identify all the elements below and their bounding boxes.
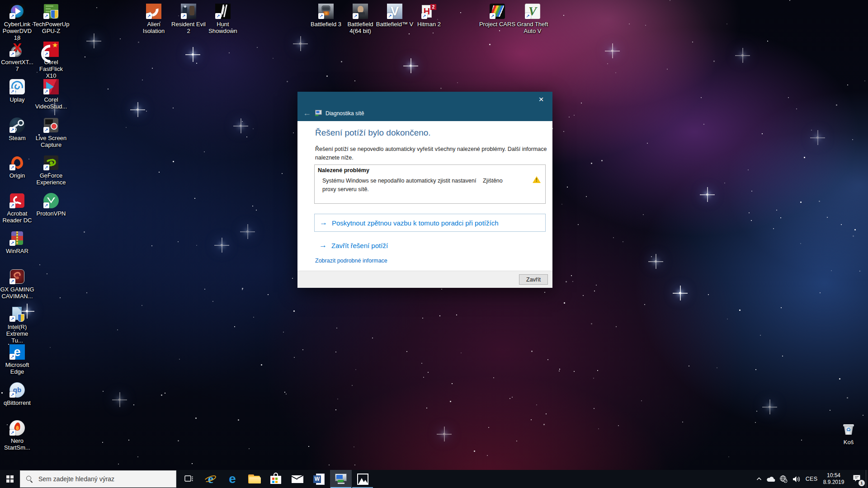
desktop-icon-battlefield-v[interactable]: VBattlefield™ V	[375, 4, 414, 28]
task-view-button[interactable]	[178, 470, 200, 488]
desktop-icon-gta-v[interactable]: VGrand TheftAuto V	[513, 4, 552, 34]
start-button[interactable]	[0, 470, 20, 488]
problems-box-header: Nalezené problémy	[318, 167, 369, 174]
desktop-icon-label: Battlefield™ V	[376, 21, 413, 28]
desktop-icon-geforce-experience[interactable]: GeForceExperience	[34, 155, 68, 186]
desktop-icon-live-screen-capture[interactable]: Live ScreenCapture	[34, 117, 68, 148]
dialog-footer: Zavřít	[297, 271, 552, 288]
recycle-bin-icon: ♻	[841, 422, 856, 437]
alien-isolation-icon	[146, 4, 161, 19]
problem-line-2: proxy serveru sítě.	[322, 186, 369, 192]
desktop-icon-recycle-bin[interactable]: ♻Koš	[831, 422, 866, 446]
desktop-icon-resident-evil-2[interactable]: Resident Evil2	[169, 4, 208, 34]
dialog-heading: Řešení potíží bylo dokončeno.	[315, 128, 431, 138]
taskbar-edge-button[interactable]: e	[222, 470, 243, 488]
desktop-icon-label: TechPowerUpGPU-Z	[33, 21, 70, 34]
taskbar-internet-explorer-button[interactable]: e	[200, 470, 222, 488]
project-cars-icon	[490, 4, 505, 19]
shortcut-arrow-icon	[215, 13, 221, 19]
dialog-header: Diagnostika sítě	[297, 92, 552, 121]
nero-icon	[9, 420, 25, 436]
desktop-icon-hitman-2[interactable]: H2Hitman 2	[410, 4, 448, 28]
edge-icon: e	[225, 472, 240, 486]
taskbar-file-explorer-button[interactable]	[243, 470, 265, 488]
shortcut-arrow-icon	[43, 89, 49, 94]
qbittorrent-icon: qb	[9, 382, 25, 398]
desktop-icon-label: Hitman 2	[417, 21, 441, 28]
feedback-link-box[interactable]: Poskytnout zpětnou vazbu k tomuto poradc…	[314, 214, 546, 232]
desktop-icon-protonvpn[interactable]: ProtonVPN	[34, 193, 68, 217]
desktop-icon-label: Intel(R)Extreme Tu...	[0, 324, 34, 344]
tray-chevron-icon[interactable]	[754, 470, 764, 488]
desktop-icon-nero[interactable]: NeroStartSm...	[0, 420, 34, 451]
show-desktop-button[interactable]	[866, 470, 868, 488]
gta-v-icon: V	[525, 4, 540, 19]
desktop-icon-gx-gaming[interactable]: GX GAMINGCAVIMAN...	[0, 269, 34, 300]
arrow-icon	[319, 241, 327, 250]
language-indicator[interactable]: CES	[803, 470, 820, 488]
desktop-icon-convertx[interactable]: XConvertXT...7	[0, 42, 34, 72]
action-center-button[interactable]: 1	[848, 470, 866, 488]
desktop-icon-cyberlink-powerdvd[interactable]: CyberLinkPowerDVD 18	[0, 4, 34, 41]
resident-evil-2-icon	[181, 4, 196, 19]
taskbar-network-diagnostics-button[interactable]	[330, 470, 352, 488]
shortcut-arrow-icon	[9, 278, 15, 284]
clock[interactable]: 10:54 8.9.2019	[820, 470, 848, 488]
desktop-icon-project-cars[interactable]: Project CARS	[478, 4, 517, 28]
onedrive-cloud-icon[interactable]	[764, 470, 777, 488]
shortcut-arrow-icon	[9, 202, 15, 208]
steam-icon	[9, 117, 25, 133]
gx-gaming-icon	[9, 269, 25, 284]
problem-status: Zjištěno	[483, 178, 503, 184]
clock-time: 10:54	[827, 472, 840, 479]
desktop-icon-qbittorrent[interactable]: qbqBittorrent	[0, 382, 34, 406]
desktop-icon-intel-xtu[interactable]: Intel(R)Extreme Tu...	[0, 306, 34, 344]
battlefield-v-icon: V	[387, 4, 402, 19]
problem-text: Systému Windows se nepodařilo automatick…	[322, 177, 481, 194]
desktop-icon-acrobat-reader[interactable]: AcrobatReader DC	[0, 193, 34, 224]
desktop-icon-corel-fastflick[interactable]: ★CorelFastFlick X10	[34, 42, 68, 79]
taskbar-photos-button[interactable]	[352, 470, 373, 488]
desktop-icon-battlefield-4[interactable]: Battlefield4(64 bit)	[341, 4, 380, 34]
close-troubleshooter-row[interactable]: Zavřít řešení potíží	[314, 240, 388, 251]
network-no-internet-icon[interactable]	[777, 470, 790, 488]
desktop-icon-label: Steam	[9, 135, 26, 141]
internet-explorer-icon: e	[203, 472, 218, 486]
details-link[interactable]: Zobrazit podrobné informace	[315, 258, 387, 264]
shortcut-arrow-icon	[146, 13, 152, 19]
desktop-icon-steam[interactable]: Steam	[0, 117, 34, 141]
desktop-icon-label: MicrosoftEdge	[5, 361, 29, 375]
close-icon[interactable]	[534, 94, 548, 105]
shortcut-arrow-icon	[43, 13, 49, 19]
desktop-icon-label: GX GAMINGCAVIMAN...	[0, 286, 34, 300]
desktop-icon-gpu-z[interactable]: TechPowerUpGPU-Z	[34, 4, 68, 34]
search-box[interactable]	[20, 470, 176, 488]
shortcut-arrow-icon	[181, 13, 187, 19]
back-arrow-icon[interactable]	[303, 108, 313, 118]
shortcut-arrow-icon	[318, 13, 324, 19]
desktop-icon-battlefield-3[interactable]: Battlefield 3	[307, 4, 345, 28]
taskbar-word-button[interactable]: W	[308, 470, 330, 488]
desktop-icon-hunt-showdown[interactable]: HuntShowdown	[203, 4, 242, 34]
desktop-icon-label: Battlefield4(64 bit)	[347, 21, 373, 34]
search-input[interactable]	[38, 475, 176, 483]
desktop-icon-alien-isolation[interactable]: AlienIsolation	[134, 4, 173, 34]
speaker-icon[interactable]	[790, 470, 803, 488]
taskbar-mail-button[interactable]	[287, 470, 308, 488]
microsoft-edge-icon: e	[9, 344, 25, 360]
desktop-icon-winrar[interactable]: WinRAR	[0, 230, 34, 254]
desktop-icon-microsoft-edge[interactable]: eMicrosoftEdge	[0, 344, 34, 375]
desktop-icon-origin[interactable]: Origin	[0, 155, 34, 179]
network-diagnostics-dialog: Diagnostika sítě Řešení potíží bylo doko…	[297, 92, 552, 288]
convertx-icon: X	[9, 42, 25, 57]
taskbar-microsoft-store-button[interactable]	[265, 470, 287, 488]
battlefield-3-icon	[318, 4, 334, 19]
intel-xtu-icon	[9, 306, 25, 322]
feedback-link[interactable]: Poskytnout zpětnou vazbu k tomuto poradc…	[332, 219, 499, 227]
close-troubleshooter-link[interactable]: Zavřít řešení potíží	[331, 242, 388, 249]
close-button[interactable]: Zavřít	[519, 274, 548, 285]
battlefield-4-icon	[353, 4, 368, 19]
desktop-icon-uplay[interactable]: Uplay	[0, 79, 34, 103]
desktop-icon-corel-videostudio[interactable]: CorelVideoStud...	[34, 79, 68, 110]
origin-icon	[9, 155, 25, 170]
